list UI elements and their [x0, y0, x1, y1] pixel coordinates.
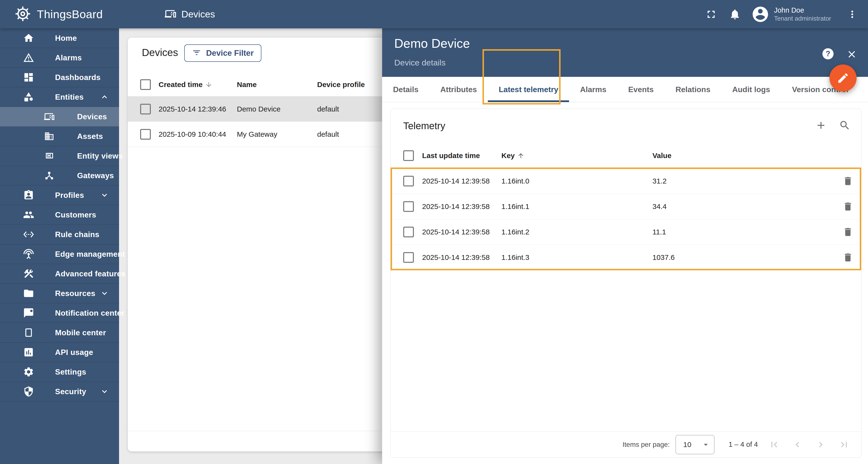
- add-icon[interactable]: [815, 120, 827, 131]
- help-icon[interactable]: ?: [823, 48, 834, 59]
- device-created-time: 2025-10-14 12:39:46: [159, 105, 237, 113]
- gateways-icon: [44, 171, 54, 181]
- tab-audit-logs[interactable]: Audit logs: [721, 77, 781, 102]
- first-page-button[interactable]: [769, 439, 780, 450]
- delete-icon[interactable]: [842, 201, 853, 212]
- sidebar-item-notification-center[interactable]: Notification center: [0, 303, 119, 323]
- devices-icon: [44, 112, 54, 122]
- sidebar-item-label: Rule chains: [55, 230, 99, 239]
- tab-latest-telemetry[interactable]: Latest telemetry: [488, 77, 569, 102]
- sidebar-item-label: Dashboards: [55, 73, 101, 82]
- sidebar-item-customers[interactable]: Customers: [0, 205, 119, 225]
- tab-events[interactable]: Events: [617, 77, 664, 102]
- device-row-demo-device[interactable]: 2025-10-14 12:39:46Demo Devicedefault: [128, 96, 385, 122]
- sidebar-item-label: API usage: [55, 348, 93, 357]
- search-icon[interactable]: [839, 120, 850, 131]
- column-last-update-time[interactable]: Last update time: [422, 152, 501, 160]
- last-page-button[interactable]: [838, 439, 849, 450]
- row-checkbox[interactable]: [403, 227, 414, 237]
- sidebar-item-label: Resources: [55, 289, 95, 298]
- profiles-icon: [23, 190, 34, 201]
- sort-asc-icon: [517, 152, 524, 159]
- sidebar-item-entities[interactable]: Entities: [0, 87, 119, 107]
- sidebar-item-label: Assets: [77, 132, 103, 141]
- dashboards-icon: [23, 72, 34, 83]
- sidebar-item-resources[interactable]: Resources: [0, 284, 119, 303]
- sort-desc-icon: [205, 81, 212, 88]
- delete-icon[interactable]: [842, 252, 853, 263]
- page-size-value: 10: [683, 440, 691, 449]
- fullscreen-button[interactable]: [705, 8, 717, 20]
- telemetry-row-1-16int-1[interactable]: 2025-10-14 12:39:581.16int.134.4: [391, 194, 861, 219]
- sidebar-item-home[interactable]: Home: [0, 28, 119, 48]
- sidebar-item-label: Entity views: [77, 152, 123, 160]
- sidebar-item-label: Notification center: [55, 309, 125, 317]
- telemetry-row-1-16int-0[interactable]: 2025-10-14 12:39:581.16int.031.2: [391, 168, 861, 194]
- sidebar-item-profiles[interactable]: Profiles: [0, 185, 119, 205]
- select-all-checkbox[interactable]: [140, 79, 151, 90]
- sidebar-item-entity-views[interactable]: Entity views: [0, 146, 119, 166]
- devices-table-footer: [128, 431, 385, 452]
- telemetry-title: Telemetry: [403, 121, 445, 131]
- tab-details[interactable]: Details: [382, 77, 429, 102]
- home-icon: [23, 32, 34, 43]
- telemetry-row-1-16int-3[interactable]: 2025-10-14 12:39:581.16int.31037.6: [391, 245, 861, 270]
- close-icon[interactable]: [846, 49, 857, 61]
- brand[interactable]: ThingsBoard: [13, 5, 103, 24]
- telemetry-select-all-checkbox[interactable]: [403, 150, 414, 161]
- row-checkbox[interactable]: [403, 201, 414, 212]
- more-vert-button[interactable]: [847, 9, 858, 20]
- chevron-down-icon: [100, 387, 110, 396]
- notification-center-icon: [23, 307, 34, 318]
- sidebar-item-mobile-center[interactable]: Mobile center: [0, 323, 119, 343]
- column-value[interactable]: Value: [652, 152, 861, 160]
- sidebar-item-security[interactable]: Security: [0, 382, 119, 401]
- sidebar-item-dashboards[interactable]: Dashboards: [0, 68, 119, 87]
- avatar[interactable]: [751, 5, 770, 24]
- chevron-down-icon: [125, 249, 135, 259]
- sidebar-item-gateways[interactable]: Gateways: [0, 166, 119, 185]
- sidebar-item-devices[interactable]: Devices: [0, 107, 119, 127]
- thingsboard-app: ThingsBoard Devices John Doe Tenant admi…: [0, 0, 868, 464]
- delete-icon[interactable]: [842, 176, 853, 186]
- sidebar-item-assets[interactable]: Assets: [0, 127, 119, 146]
- column-device-profile[interactable]: Device profile: [317, 81, 385, 89]
- devices-table-header: Created time Name Device profile: [128, 73, 385, 96]
- tab-relations[interactable]: Relations: [664, 77, 721, 102]
- row-checkbox[interactable]: [403, 176, 414, 186]
- device-row-my-gateway[interactable]: 2025-10-09 10:40:44My Gatewaydefault: [128, 122, 385, 147]
- column-name[interactable]: Name: [237, 81, 317, 89]
- chevron-left-button[interactable]: [792, 439, 803, 450]
- sidebar-item-edge-management[interactable]: Edge management: [0, 244, 119, 264]
- tab-alarms[interactable]: Alarms: [569, 77, 617, 102]
- device-filter-button[interactable]: Device Filter: [184, 44, 261, 62]
- delete-icon[interactable]: [842, 227, 853, 237]
- sidebar-item-alarms[interactable]: Alarms: [0, 48, 119, 68]
- page-size-select[interactable]: 10: [676, 435, 715, 454]
- user-role: Tenant administrator: [774, 14, 831, 23]
- devices-panel-header: Devices Device Filter: [128, 38, 385, 73]
- row-checkbox[interactable]: [140, 129, 151, 140]
- sidebar-item-label: Settings: [55, 368, 86, 376]
- edit-fab-button[interactable]: [830, 64, 857, 92]
- device-name: My Gateway: [237, 130, 317, 138]
- column-key[interactable]: Key: [501, 152, 515, 160]
- tab-attributes[interactable]: Attributes: [429, 77, 488, 102]
- row-checkbox[interactable]: [403, 252, 414, 263]
- sidebar-item-settings[interactable]: Settings: [0, 362, 119, 382]
- edge-management-icon: [23, 248, 34, 260]
- telemetry-key: 1.16int.3: [501, 253, 652, 261]
- notifications-button[interactable]: [729, 8, 741, 20]
- device-details-title: Demo Device: [394, 36, 470, 51]
- chevron-right-button[interactable]: [815, 439, 826, 450]
- telemetry-value: 34.4: [652, 203, 835, 211]
- sidebar-item-api-usage[interactable]: API usage: [0, 343, 119, 362]
- sidebar-item-label: Security: [55, 387, 86, 396]
- telemetry-row-1-16int-2[interactable]: 2025-10-14 12:39:581.16int.211.1: [391, 219, 861, 245]
- devices-table-body: 2025-10-14 12:39:46Demo Devicedefault202…: [128, 96, 385, 147]
- column-created-time[interactable]: Created time: [159, 81, 203, 89]
- sidebar-item-rule-chains[interactable]: Rule chains: [0, 225, 119, 244]
- telemetry-last-update-time: 2025-10-14 12:39:58: [422, 203, 501, 211]
- sidebar-item-advanced-features[interactable]: Advanced features: [0, 264, 119, 284]
- row-checkbox[interactable]: [140, 104, 151, 115]
